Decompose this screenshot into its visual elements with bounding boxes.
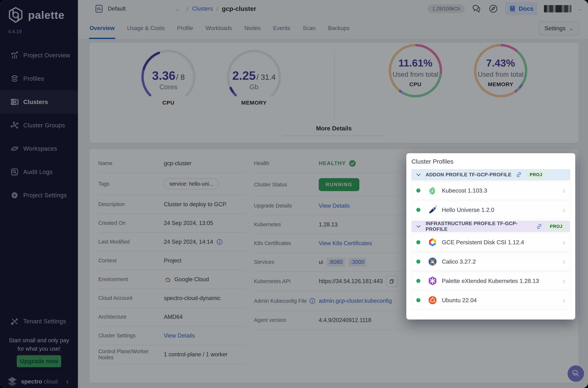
profile-pack-row-gce-csi[interactable]: GCE Persistent Disk CSI 1.12.4 › (411, 233, 570, 251)
service-port-link[interactable]: :3000 (348, 258, 367, 267)
docs-label: Docs (519, 5, 534, 12)
sidebar-item-workspaces[interactable]: Workspaces (0, 137, 78, 160)
upgrade-now-button[interactable]: Upgrade now (17, 355, 61, 367)
project-overview-icon (10, 51, 19, 60)
chevron-down-icon[interactable]: ⌄ (578, 6, 582, 12)
user-name-redacted[interactable] (544, 5, 571, 12)
tab-overview[interactable]: Overview (90, 18, 115, 39)
pack-status-dot (416, 298, 420, 302)
spectro-cloud-brand: spectro cloud (21, 378, 58, 385)
detail-row-tags: Tags service: hello-uni... (98, 173, 246, 195)
settings-button[interactable]: Settings ⌄ (539, 21, 579, 35)
service-port-link[interactable]: :8080 (326, 258, 345, 267)
cluster-groups-icon (10, 121, 19, 130)
usage-quota-pill: 1.29/100kCh (428, 4, 465, 13)
memory-usage-caption: Used from total (473, 71, 528, 78)
profile-pack-row-ubuntu[interactable]: Ubuntu 22.04 › (411, 291, 570, 309)
chevron-right-icon: › (563, 258, 565, 266)
sidebar-item-audit-logs[interactable]: Audit Logs (0, 160, 78, 184)
details-left-column: Name gcp-cluster Tags service: hello-uni… (98, 154, 246, 364)
proj-scope-badge: PROJ (547, 222, 566, 230)
google-cloud-icon (164, 276, 171, 283)
tab-events[interactable]: Events (273, 18, 290, 39)
sidebar-item-project-settings[interactable]: Project Settings (0, 184, 78, 207)
healthy-check-icon (349, 160, 356, 167)
tab-backups[interactable]: Backups (328, 18, 350, 39)
service-name: ui (319, 259, 323, 266)
cluster-profiles-panel: Cluster Profiles ADDON PROFILE TF-GCP-PR… (406, 153, 575, 319)
running-status-badge[interactable]: RUNNING (319, 178, 359, 191)
tab-scan[interactable]: Scan (303, 18, 316, 39)
detail-row-created-on: Created On 24 Sep 2024, 13:05 (98, 214, 246, 233)
profile-pack-row-hello-universe[interactable]: Hello Universe 1.2.0 › (411, 201, 570, 219)
sidebar-collapse-icon[interactable]: ‹ (66, 377, 68, 386)
copy-button[interactable] (386, 276, 397, 287)
kubecost-logo-icon (428, 186, 437, 195)
pack-status-dot (416, 260, 420, 264)
tab-profile[interactable]: Profile (177, 18, 193, 39)
topbar: Default ⌄ / Clusters / gcp-cluster 1.29/… (78, 0, 588, 18)
cpu-gauge: 3.36 / 8 Cores CPU (138, 47, 198, 108)
profile-pack-row-pxk[interactable]: Palette eXtended Kubernetes 1.28.13 › (411, 272, 570, 290)
info-icon[interactable] (216, 239, 223, 245)
palette-logo[interactable]: palette (7, 6, 65, 24)
palette-extended-kubernetes-logo-icon (428, 276, 437, 286)
details-right-column: Health HEALTHY Cluster Status RUNNING Up… (254, 154, 406, 330)
breadcrumb-clusters-link[interactable]: Clusters (192, 5, 213, 12)
cpu-gauge-label: CPU (162, 100, 174, 106)
tab-workloads[interactable]: Workloads (205, 18, 232, 39)
chat-icon[interactable] (472, 4, 482, 14)
more-details-button[interactable]: More Details (283, 125, 385, 136)
pack-status-dot (416, 240, 420, 244)
info-icon[interactable] (309, 298, 316, 304)
search-smile-icon (571, 369, 581, 378)
tab-nodes[interactable]: Nodes (244, 18, 261, 39)
sidebar-item-label: Cluster Groups (23, 122, 65, 129)
memory-usage-label: MEMORY (473, 81, 528, 87)
sidebar-item-label: Tenant Settings (23, 318, 66, 325)
detail-row-agent-version: Agent version 4.4.9/20240912.1118 (254, 311, 406, 330)
compass-icon[interactable] (488, 4, 498, 14)
infrastructure-profile-name: INFRASTRUCTURE PROFILE TF-GCP-PROFILE (426, 221, 532, 232)
detail-row-environment: Environment Google Cloud (98, 270, 246, 289)
sidebar-item-cluster-groups[interactable]: Cluster Groups (0, 114, 78, 137)
project-selector[interactable]: Default ⌄ (94, 2, 180, 15)
cpu-usage-label: CPU (388, 81, 443, 87)
memory-usage-percent: 7.43% (473, 57, 528, 69)
addon-profile-header[interactable]: ADDON PROFILE TF-GCP-PROFILE PROJ (411, 169, 570, 180)
cluster-profiles-title: Cluster Profiles (411, 158, 570, 165)
detail-row-cluster-settings: Cluster Settings View Details (98, 326, 246, 345)
calico-logo-icon (428, 257, 437, 267)
infrastructure-profile-header[interactable]: INFRASTRUCTURE PROFILE TF-GCP-PROFILE PR… (411, 221, 570, 232)
chevron-down-icon: ⌄ (569, 25, 573, 31)
cluster-settings-view-details-link[interactable]: View Details (164, 332, 195, 339)
admin-kubeconfig-link[interactable]: admin.gcp-cluster.kubeconfig (319, 298, 392, 304)
sidebar-item-profiles[interactable]: Profiles (0, 67, 78, 90)
tag-pill[interactable]: service: hello-uni... (164, 178, 219, 190)
sidebar-item-tenant-settings[interactable]: Tenant Settings (0, 310, 78, 333)
hello-universe-logo-icon (428, 205, 437, 215)
upgrade-view-details-link[interactable]: View Details (319, 203, 350, 209)
view-k8s-certificates-link[interactable]: View K8s Certificates (319, 240, 372, 247)
search-assistant-fab[interactable] (568, 365, 584, 382)
health-status: HEALTHY (319, 160, 346, 166)
clusters-icon (10, 98, 19, 106)
detail-row-upgrade-details: Upgrade Details View Details (254, 196, 406, 215)
detail-row-name: Name gcp-cluster (98, 154, 246, 173)
card-divider (334, 50, 335, 119)
sidebar-item-project-overview[interactable]: Project Overview (0, 44, 78, 67)
detail-row-services: Services ui :8080 :3000 (254, 253, 406, 272)
profile-pack-row-calico[interactable]: Calico 3.27.2 › (411, 252, 570, 271)
kubernetes-api-url: https://34.54.126.181:443 (319, 278, 383, 285)
profile-pack-row-kubecost[interactable]: Kubecost 1.103.3 › (411, 181, 570, 200)
cluster-tabs-bar: Overview Usage & Costs Profile Workloads… (78, 18, 588, 39)
settings-button-label: Settings (544, 25, 565, 32)
palette-wordmark: palette (28, 9, 65, 21)
docs-button[interactable]: Docs (505, 2, 538, 15)
cpu-total-value: / 8 (176, 73, 185, 81)
link-icon (536, 223, 542, 230)
pack-name: Palette eXtended Kubernetes 1.28.13 (442, 278, 539, 284)
tab-usage-costs[interactable]: Usage & Costs (127, 18, 165, 39)
detail-row-admin-kubeconfig: Admin Kubeconfig File admin.gcp-cluster.… (254, 291, 406, 311)
sidebar-item-clusters[interactable]: Clusters (0, 90, 78, 114)
